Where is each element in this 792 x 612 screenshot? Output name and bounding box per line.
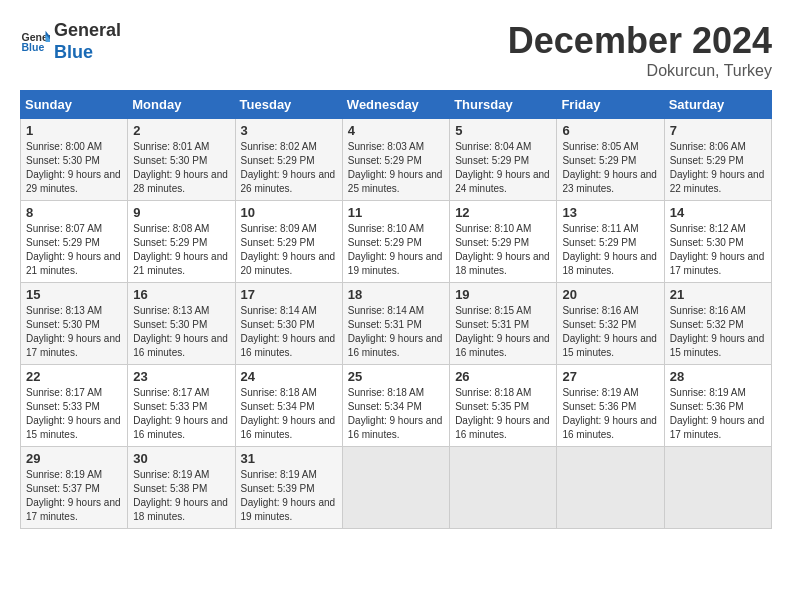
day-number: 31 bbox=[241, 451, 337, 466]
day-number: 8 bbox=[26, 205, 122, 220]
calendar-cell: 15 Sunrise: 8:13 AM Sunset: 5:30 PM Dayl… bbox=[21, 283, 128, 365]
day-number: 25 bbox=[348, 369, 444, 384]
calendar-cell: 7 Sunrise: 8:06 AM Sunset: 5:29 PM Dayli… bbox=[664, 119, 771, 201]
calendar-cell: 6 Sunrise: 8:05 AM Sunset: 5:29 PM Dayli… bbox=[557, 119, 664, 201]
day-number: 12 bbox=[455, 205, 551, 220]
day-number: 22 bbox=[26, 369, 122, 384]
calendar-cell: 17 Sunrise: 8:14 AM Sunset: 5:30 PM Dayl… bbox=[235, 283, 342, 365]
day-number: 3 bbox=[241, 123, 337, 138]
day-number: 2 bbox=[133, 123, 229, 138]
day-info: Sunrise: 8:13 AM Sunset: 5:30 PM Dayligh… bbox=[133, 304, 229, 360]
day-number: 28 bbox=[670, 369, 766, 384]
svg-text:Blue: Blue bbox=[22, 41, 45, 53]
weekday-header-friday: Friday bbox=[557, 91, 664, 119]
logo-line1: General bbox=[54, 20, 121, 42]
calendar-cell: 25 Sunrise: 8:18 AM Sunset: 5:34 PM Dayl… bbox=[342, 365, 449, 447]
day-number: 30 bbox=[133, 451, 229, 466]
day-number: 13 bbox=[562, 205, 658, 220]
day-number: 24 bbox=[241, 369, 337, 384]
calendar-cell: 10 Sunrise: 8:09 AM Sunset: 5:29 PM Dayl… bbox=[235, 201, 342, 283]
day-info: Sunrise: 8:16 AM Sunset: 5:32 PM Dayligh… bbox=[670, 304, 766, 360]
calendar-cell: 13 Sunrise: 8:11 AM Sunset: 5:29 PM Dayl… bbox=[557, 201, 664, 283]
calendar-cell bbox=[557, 447, 664, 529]
day-number: 23 bbox=[133, 369, 229, 384]
calendar-week-row: 22 Sunrise: 8:17 AM Sunset: 5:33 PM Dayl… bbox=[21, 365, 772, 447]
day-info: Sunrise: 8:18 AM Sunset: 5:34 PM Dayligh… bbox=[348, 386, 444, 442]
day-number: 1 bbox=[26, 123, 122, 138]
weekday-header-wednesday: Wednesday bbox=[342, 91, 449, 119]
calendar-cell: 31 Sunrise: 8:19 AM Sunset: 5:39 PM Dayl… bbox=[235, 447, 342, 529]
weekday-header-tuesday: Tuesday bbox=[235, 91, 342, 119]
calendar-cell: 12 Sunrise: 8:10 AM Sunset: 5:29 PM Dayl… bbox=[450, 201, 557, 283]
month-title: December 2024 bbox=[508, 20, 772, 62]
day-info: Sunrise: 8:14 AM Sunset: 5:30 PM Dayligh… bbox=[241, 304, 337, 360]
day-info: Sunrise: 8:19 AM Sunset: 5:37 PM Dayligh… bbox=[26, 468, 122, 524]
page-header: General Blue General Blue December 2024 … bbox=[20, 20, 772, 80]
day-number: 26 bbox=[455, 369, 551, 384]
calendar-cell: 5 Sunrise: 8:04 AM Sunset: 5:29 PM Dayli… bbox=[450, 119, 557, 201]
day-info: Sunrise: 8:06 AM Sunset: 5:29 PM Dayligh… bbox=[670, 140, 766, 196]
day-info: Sunrise: 8:18 AM Sunset: 5:35 PM Dayligh… bbox=[455, 386, 551, 442]
day-number: 21 bbox=[670, 287, 766, 302]
calendar-cell: 23 Sunrise: 8:17 AM Sunset: 5:33 PM Dayl… bbox=[128, 365, 235, 447]
weekday-header-row: SundayMondayTuesdayWednesdayThursdayFrid… bbox=[21, 91, 772, 119]
day-info: Sunrise: 8:19 AM Sunset: 5:36 PM Dayligh… bbox=[562, 386, 658, 442]
calendar-cell bbox=[342, 447, 449, 529]
calendar-cell: 16 Sunrise: 8:13 AM Sunset: 5:30 PM Dayl… bbox=[128, 283, 235, 365]
day-number: 16 bbox=[133, 287, 229, 302]
day-info: Sunrise: 8:01 AM Sunset: 5:30 PM Dayligh… bbox=[133, 140, 229, 196]
day-info: Sunrise: 8:11 AM Sunset: 5:29 PM Dayligh… bbox=[562, 222, 658, 278]
day-number: 5 bbox=[455, 123, 551, 138]
day-number: 14 bbox=[670, 205, 766, 220]
day-info: Sunrise: 8:15 AM Sunset: 5:31 PM Dayligh… bbox=[455, 304, 551, 360]
calendar-week-row: 15 Sunrise: 8:13 AM Sunset: 5:30 PM Dayl… bbox=[21, 283, 772, 365]
day-number: 20 bbox=[562, 287, 658, 302]
day-info: Sunrise: 8:19 AM Sunset: 5:36 PM Dayligh… bbox=[670, 386, 766, 442]
day-info: Sunrise: 8:14 AM Sunset: 5:31 PM Dayligh… bbox=[348, 304, 444, 360]
day-info: Sunrise: 8:04 AM Sunset: 5:29 PM Dayligh… bbox=[455, 140, 551, 196]
day-number: 10 bbox=[241, 205, 337, 220]
calendar-cell: 24 Sunrise: 8:18 AM Sunset: 5:34 PM Dayl… bbox=[235, 365, 342, 447]
calendar-cell: 9 Sunrise: 8:08 AM Sunset: 5:29 PM Dayli… bbox=[128, 201, 235, 283]
calendar-cell: 11 Sunrise: 8:10 AM Sunset: 5:29 PM Dayl… bbox=[342, 201, 449, 283]
day-number: 9 bbox=[133, 205, 229, 220]
day-number: 4 bbox=[348, 123, 444, 138]
calendar-table: SundayMondayTuesdayWednesdayThursdayFrid… bbox=[20, 90, 772, 529]
logo-icon: General Blue bbox=[20, 27, 50, 57]
title-block: December 2024 Dokurcun, Turkey bbox=[508, 20, 772, 80]
day-info: Sunrise: 8:13 AM Sunset: 5:30 PM Dayligh… bbox=[26, 304, 122, 360]
calendar-cell: 19 Sunrise: 8:15 AM Sunset: 5:31 PM Dayl… bbox=[450, 283, 557, 365]
calendar-cell: 2 Sunrise: 8:01 AM Sunset: 5:30 PM Dayli… bbox=[128, 119, 235, 201]
day-number: 27 bbox=[562, 369, 658, 384]
day-number: 29 bbox=[26, 451, 122, 466]
calendar-cell: 4 Sunrise: 8:03 AM Sunset: 5:29 PM Dayli… bbox=[342, 119, 449, 201]
calendar-cell: 29 Sunrise: 8:19 AM Sunset: 5:37 PM Dayl… bbox=[21, 447, 128, 529]
calendar-week-row: 29 Sunrise: 8:19 AM Sunset: 5:37 PM Dayl… bbox=[21, 447, 772, 529]
calendar-cell: 26 Sunrise: 8:18 AM Sunset: 5:35 PM Dayl… bbox=[450, 365, 557, 447]
day-info: Sunrise: 8:07 AM Sunset: 5:29 PM Dayligh… bbox=[26, 222, 122, 278]
logo: General Blue General Blue bbox=[20, 20, 121, 63]
day-info: Sunrise: 8:08 AM Sunset: 5:29 PM Dayligh… bbox=[133, 222, 229, 278]
day-info: Sunrise: 8:12 AM Sunset: 5:30 PM Dayligh… bbox=[670, 222, 766, 278]
day-number: 6 bbox=[562, 123, 658, 138]
calendar-cell: 20 Sunrise: 8:16 AM Sunset: 5:32 PM Dayl… bbox=[557, 283, 664, 365]
day-info: Sunrise: 8:00 AM Sunset: 5:30 PM Dayligh… bbox=[26, 140, 122, 196]
day-number: 15 bbox=[26, 287, 122, 302]
calendar-cell: 28 Sunrise: 8:19 AM Sunset: 5:36 PM Dayl… bbox=[664, 365, 771, 447]
day-info: Sunrise: 8:17 AM Sunset: 5:33 PM Dayligh… bbox=[26, 386, 122, 442]
day-number: 18 bbox=[348, 287, 444, 302]
calendar-cell: 8 Sunrise: 8:07 AM Sunset: 5:29 PM Dayli… bbox=[21, 201, 128, 283]
calendar-cell: 18 Sunrise: 8:14 AM Sunset: 5:31 PM Dayl… bbox=[342, 283, 449, 365]
calendar-cell bbox=[664, 447, 771, 529]
location: Dokurcun, Turkey bbox=[508, 62, 772, 80]
calendar-cell: 27 Sunrise: 8:19 AM Sunset: 5:36 PM Dayl… bbox=[557, 365, 664, 447]
logo-text: General Blue bbox=[54, 20, 121, 63]
calendar-cell: 14 Sunrise: 8:12 AM Sunset: 5:30 PM Dayl… bbox=[664, 201, 771, 283]
day-number: 7 bbox=[670, 123, 766, 138]
calendar-week-row: 1 Sunrise: 8:00 AM Sunset: 5:30 PM Dayli… bbox=[21, 119, 772, 201]
day-info: Sunrise: 8:02 AM Sunset: 5:29 PM Dayligh… bbox=[241, 140, 337, 196]
calendar-cell bbox=[450, 447, 557, 529]
calendar-cell: 21 Sunrise: 8:16 AM Sunset: 5:32 PM Dayl… bbox=[664, 283, 771, 365]
day-info: Sunrise: 8:17 AM Sunset: 5:33 PM Dayligh… bbox=[133, 386, 229, 442]
weekday-header-saturday: Saturday bbox=[664, 91, 771, 119]
